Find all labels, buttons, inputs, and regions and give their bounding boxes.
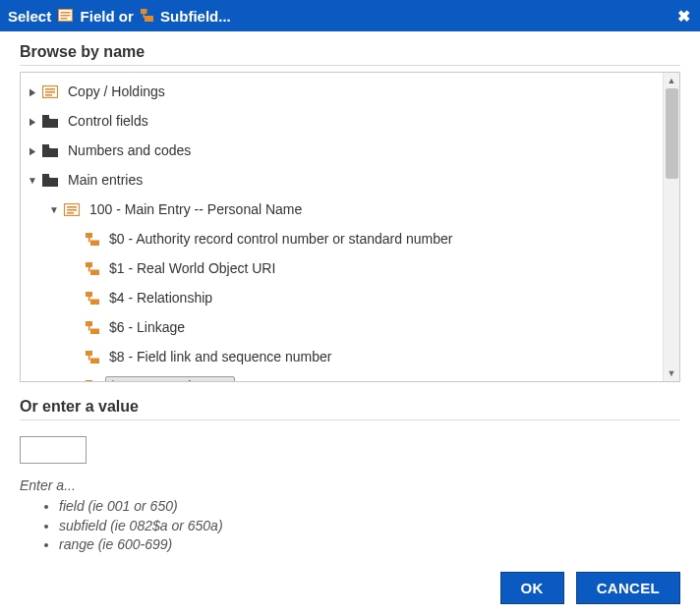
tree-node-f100-4[interactable]: ▶$4 - Relationship [68,283,663,312]
tree-node-label: 100 - Main Entry -- Personal Name [86,199,308,219]
title-select: Select [8,8,51,25]
hint-intro: Enter a... [20,477,680,493]
svg-rect-5 [145,16,153,22]
cancel-button[interactable]: CANCEL [576,572,680,604]
svg-rect-22 [90,269,99,275]
collapse-icon[interactable]: ▼ [46,204,62,215]
title-or: or [119,8,134,25]
svg-rect-2 [61,15,71,17]
svg-rect-23 [88,265,90,272]
tree-node-f100-0[interactable]: ▶$0 - Authority record control number or… [68,224,663,253]
browse-title: Browse by name [20,43,680,66]
tree-node-label: Main entries [64,170,148,190]
field-icon [64,203,80,216]
scrollbar[interactable]: ▲ ▼ [663,73,679,381]
svg-rect-33 [86,380,92,382]
svg-rect-29 [88,324,90,331]
subfield-icon [86,380,99,382]
value-input[interactable] [20,436,87,464]
svg-rect-9 [45,91,55,93]
subfield-icon [86,321,99,334]
svg-rect-16 [67,209,77,211]
enter-title: Or enter a value [20,398,680,420]
svg-rect-1 [61,12,71,14]
tree-node-copy-holdings[interactable]: ▶Copy / Holdings [25,77,663,106]
dialog-titlebar: Select Field or Subfield... ✖ [0,0,700,31]
scroll-down-icon[interactable]: ▼ [664,365,679,381]
svg-rect-31 [90,358,99,363]
tree-node-f100-1[interactable]: ▶$1 - Real World Object URI [68,253,663,283]
close-icon[interactable]: ✖ [677,7,690,26]
tree-node-control-fields[interactable]: ▶Control fields [25,106,663,136]
hint-item: subfield (ie 082$a or 650a) [59,517,680,536]
svg-rect-15 [67,206,77,208]
svg-rect-10 [45,94,52,96]
field-icon [58,9,73,22]
svg-rect-32 [88,354,90,361]
tree-node-f100-8[interactable]: ▶$8 - Field link and sequence number [68,342,663,371]
title-field: Field [81,8,115,25]
tree-node-f100-6[interactable]: ▶$6 - Linkage [68,312,663,342]
subfield-icon [86,292,99,305]
ok-button[interactable]: OK [500,572,564,604]
scroll-thumb[interactable] [666,88,678,179]
expand-icon[interactable]: ▶ [27,145,39,156]
subfield-icon [141,9,153,22]
svg-rect-26 [88,295,90,302]
svg-rect-8 [45,88,55,90]
tree-node-numbers-codes[interactable]: ▶Numbers and codes [25,136,663,165]
tree-node-f100-a[interactable]: ▶$a - Personal name [68,371,663,381]
folder-icon [42,144,58,157]
tree-node-main-entries[interactable]: ▼Main entries [25,165,663,195]
subfield-icon [86,233,99,246]
folder-icon [42,115,58,128]
svg-rect-19 [90,240,99,246]
tree-node-label: Copy / Holdings [64,82,171,101]
scroll-up-icon[interactable]: ▲ [664,73,679,88]
collapse-icon[interactable]: ▼ [25,175,40,186]
tree-node-label: $a - Personal name [105,376,235,381]
svg-rect-6 [143,12,145,18]
svg-rect-28 [90,328,99,334]
tree-node-label: Control fields [64,111,154,131]
tree-node-label: $4 - Relationship [105,288,218,307]
tree-viewport[interactable]: ▶Copy / Holdings▶Control fields▶Numbers … [21,73,663,381]
folder-icon [42,174,58,187]
tree-panel: ▶Copy / Holdings▶Control fields▶Numbers … [20,72,680,382]
hint-item: range (ie 600-699) [59,535,680,555]
svg-rect-13 [42,174,49,177]
tree-node-label: $6 - Linkage [105,317,191,337]
svg-rect-11 [42,115,49,118]
tree-node-label: $0 - Authority record control number or … [105,229,458,249]
expand-icon[interactable]: ▶ [27,116,39,127]
svg-rect-12 [42,144,49,147]
title-subfield: Subfield... [160,8,231,25]
hint-item: field (ie 001 or 650) [59,497,680,517]
subfield-icon [86,262,99,275]
svg-rect-20 [88,236,90,243]
dialog-footer: OK CANCEL [500,572,680,604]
svg-rect-3 [61,18,68,20]
svg-rect-17 [67,212,74,214]
tree-node-label: Numbers and codes [64,140,197,160]
tree-node-label: $1 - Real World Object URI [105,258,281,278]
tree-node-label: $8 - Field link and sequence number [105,347,337,366]
svg-rect-25 [90,299,99,305]
subfield-icon [86,351,99,363]
field-icon [42,85,58,98]
expand-icon[interactable]: ▶ [27,86,39,97]
tree-node-f100[interactable]: ▼100 - Main Entry -- Personal Name [46,195,663,224]
